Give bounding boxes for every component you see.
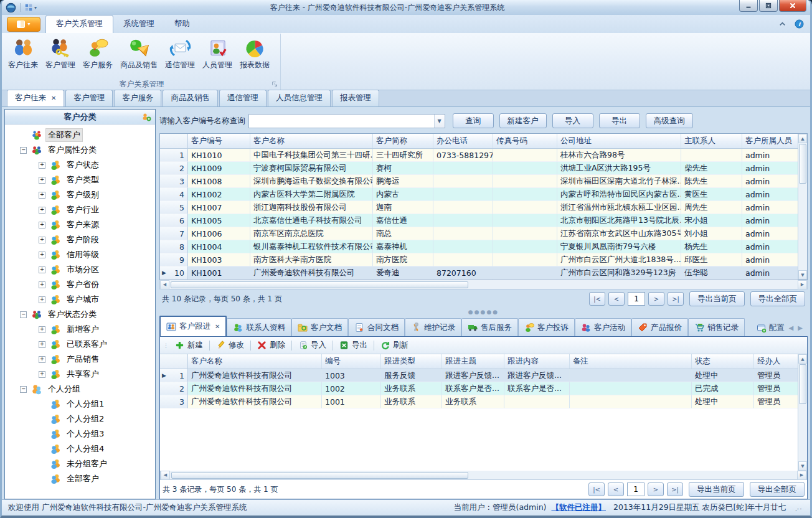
scroll-down-icon[interactable]: ▼: [798, 461, 807, 471]
ribbon-button-2[interactable]: 客户服务: [79, 36, 116, 72]
ribbon-button-5[interactable]: 人员管理: [199, 36, 236, 72]
tree-item-1[interactable]: −客户属性分类: [5, 143, 155, 158]
tree-item-0[interactable]: 全部客户: [5, 128, 155, 143]
export-all-pages-button[interactable]: 导出全部页: [750, 291, 806, 306]
scroll-right-icon[interactable]: ▶: [798, 280, 807, 290]
export-current-page-button[interactable]: 导出当前页: [689, 482, 744, 497]
quick-access-toolbar[interactable]: ▾: [24, 3, 37, 12]
expander-plus-icon[interactable]: +: [39, 207, 45, 214]
prev-page-button[interactable]: <: [608, 292, 625, 306]
last-page-button[interactable]: >|: [667, 483, 683, 496]
expander-minus-icon[interactable]: −: [20, 147, 27, 154]
scroll-left-icon[interactable]: ◀: [160, 280, 169, 290]
ribbon-button-6[interactable]: 报表数据: [236, 36, 273, 72]
toolbar-button-4[interactable]: 导出: [335, 339, 372, 352]
expander-plus-icon[interactable]: +: [39, 341, 45, 348]
expander-plus-icon[interactable]: +: [39, 252, 45, 258]
tree-item-9[interactable]: +市场分区: [5, 262, 155, 277]
table-row[interactable]: 5KH1007浙江迦南科技股份有限公司迦南浙江省温州市瓯北镇东瓯工业区园...周…: [160, 201, 798, 214]
tree-item-15[interactable]: +产品销售: [5, 352, 155, 367]
scrollbar-thumb[interactable]: [799, 144, 806, 184]
vertical-scrollbar[interactable]: ▲ ▼: [798, 354, 807, 471]
table-row[interactable]: 4KH1002内蒙古医科大学第二附属医院内蒙古内蒙古呼和浩特市回民区内蒙古医..…: [160, 188, 798, 201]
tree-item-18[interactable]: 个人分组1: [5, 397, 155, 412]
horizontal-scrollbar[interactable]: ◀ ▶: [159, 280, 808, 290]
first-page-button[interactable]: |<: [588, 483, 605, 496]
tree-item-4[interactable]: +客户级别: [5, 187, 155, 202]
last-page-button[interactable]: >|: [668, 292, 684, 306]
doc-tab-0[interactable]: 客户往来✕: [7, 90, 64, 106]
vertical-scrollbar[interactable]: ▲ ▼: [798, 134, 807, 280]
tree-item-19[interactable]: 个人分组2: [5, 412, 155, 426]
doc-tab-1[interactable]: 客户管理: [65, 90, 113, 106]
config-button[interactable]: 配置: [757, 323, 785, 333]
table-row[interactable]: 2KH1009宁波赛柯国际贸易有限公司赛柯洪塘工业A区洪大路195号柴先生adm…: [160, 162, 798, 175]
expander-plus-icon[interactable]: +: [39, 162, 45, 169]
table-row[interactable]: 2广州爱奇迪软件科技有限公司1002业务联系联系客户是否...联系客户是否...…: [160, 382, 798, 395]
table-row[interactable]: 1KH1010中国电子科技集团公司第三十四研...三十四研究所0733-5881…: [160, 149, 798, 162]
registered-link[interactable]: 【软件已注册】: [551, 502, 606, 513]
page-number-input[interactable]: [627, 483, 644, 496]
table-row[interactable]: ▶10KH1001广州爱奇迪软件科技有限公司爱奇迪87207160广州市白云区同…: [160, 266, 798, 280]
expander-plus-icon[interactable]: +: [39, 177, 45, 184]
table-row[interactable]: 7KH1006南京军区南京总医院南总江苏省南京市玄武区中山东路305号刘小姐ad…: [160, 227, 798, 240]
close-button[interactable]: [779, 0, 806, 12]
doc-tab-3[interactable]: 商品及销售: [163, 90, 218, 106]
maximize-button[interactable]: [759, 0, 778, 12]
scroll-up-icon[interactable]: ▲: [798, 354, 807, 364]
splitter-handle[interactable]: ●●●●●: [159, 308, 808, 316]
tree-item-2[interactable]: +客户状态: [5, 158, 155, 172]
tab-scroll-right-icon[interactable]: ▶: [798, 324, 803, 331]
expander-plus-icon[interactable]: +: [39, 371, 45, 378]
scrollbar-thumb[interactable]: [171, 472, 468, 479]
tree-item-16[interactable]: +共享客户: [5, 367, 155, 382]
doc-tab-4[interactable]: 通信管理: [219, 90, 267, 106]
expander-plus-icon[interactable]: +: [39, 356, 45, 363]
expander-plus-icon[interactable]: +: [39, 296, 45, 303]
tree-item-23[interactable]: 全部客户: [5, 471, 155, 486]
toolbar-button-3[interactable]: 导入: [294, 339, 331, 352]
ribbon-button-4[interactable]: 通信管理: [161, 36, 199, 72]
tab-scroll-left-icon[interactable]: ◀: [789, 324, 794, 331]
doc-tab-6[interactable]: 报表管理: [332, 90, 379, 106]
app-menu-button[interactable]: ▾: [7, 17, 40, 32]
ribbon-tab-2[interactable]: 帮助: [164, 16, 200, 33]
sidebar-config-icon[interactable]: [142, 112, 152, 122]
export-current-page-button[interactable]: 导出当前页: [689, 291, 745, 306]
tree-item-21[interactable]: 个人分组4: [5, 441, 155, 456]
detail-tab-1[interactable]: 联系人资料: [227, 318, 291, 336]
detail-tab-9[interactable]: 销售记录: [688, 318, 745, 336]
detail-tab-6[interactable]: 客户投诉: [518, 318, 575, 336]
page-number-input[interactable]: [628, 292, 645, 306]
tree-item-5[interactable]: +客户行业: [5, 202, 155, 217]
customer-search-combo[interactable]: ▼: [248, 114, 445, 128]
tree-item-20[interactable]: 个人分组3: [5, 426, 155, 441]
tree-item-14[interactable]: +已联系客户: [5, 337, 155, 352]
tree-item-17[interactable]: −个人分组: [5, 382, 155, 397]
combo-dropdown-icon[interactable]: ▼: [434, 115, 445, 128]
table-row[interactable]: 3广州爱奇迪软件科技有限公司1001业务联系业务联系处理中管理员: [160, 395, 798, 408]
expander-plus-icon[interactable]: +: [39, 266, 45, 273]
tree-item-7[interactable]: +客户阶段: [5, 232, 155, 247]
doc-tab-5[interactable]: 人员信息管理: [268, 90, 331, 106]
action-button-4[interactable]: 高级查询: [646, 113, 693, 128]
collapse-ribbon-icon[interactable]: [778, 19, 787, 29]
customer-search-input[interactable]: [249, 115, 434, 128]
tree-item-22[interactable]: 未分组客户: [5, 456, 155, 471]
export-all-pages-button[interactable]: 导出全部页: [750, 482, 805, 497]
action-button-3[interactable]: 导出: [599, 113, 640, 128]
expander-plus-icon[interactable]: +: [39, 326, 45, 333]
action-button-1[interactable]: 新建客户: [499, 113, 547, 128]
resize-grip[interactable]: ⡠⠄: [795, 504, 804, 511]
action-button-0[interactable]: 查询: [453, 113, 494, 128]
scrollbar-thumb[interactable]: [799, 364, 806, 404]
expander-plus-icon[interactable]: +: [39, 281, 45, 288]
next-page-button[interactable]: >: [648, 292, 664, 306]
first-page-button[interactable]: |<: [589, 292, 605, 306]
minimize-button[interactable]: [739, 0, 758, 12]
ribbon-button-1[interactable]: 客户管理: [42, 36, 79, 72]
detail-tab-7[interactable]: 客户活动: [575, 318, 631, 336]
scroll-up-icon[interactable]: ▲: [798, 134, 807, 143]
table-row[interactable]: 3KH1008深圳市鹏海运电子数据交换有限公司鹏海运深圳市福田区深南大道北竹子林…: [160, 175, 798, 188]
prev-page-button[interactable]: <: [608, 483, 624, 496]
